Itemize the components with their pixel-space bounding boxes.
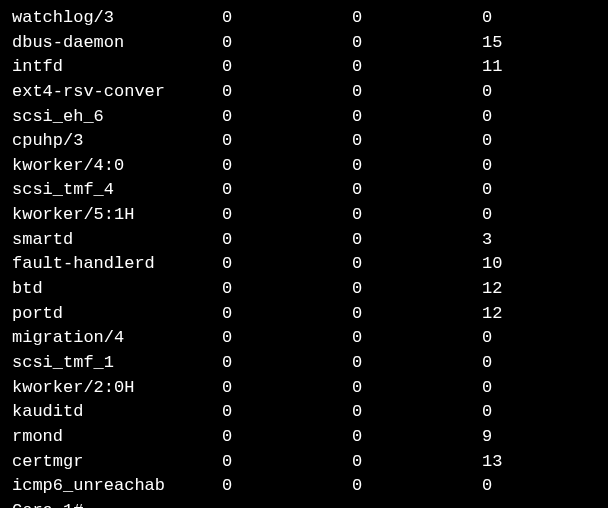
col-value-3: 0 [482, 326, 562, 351]
table-row: scsi_tmf_4000 [12, 178, 596, 203]
col-value-2: 0 [352, 105, 482, 130]
table-row: portd0012 [12, 302, 596, 327]
col-value-1: 0 [222, 178, 352, 203]
col-value-3: 3 [482, 228, 562, 253]
col-value-3: 0 [482, 351, 562, 376]
col-value-2: 0 [352, 376, 482, 401]
table-row: cpuhp/3000 [12, 129, 596, 154]
col-value-1: 0 [222, 450, 352, 475]
col-value-2: 0 [352, 203, 482, 228]
col-value-1: 0 [222, 129, 352, 154]
table-row: ext4-rsv-conver000 [12, 80, 596, 105]
col-value-1: 0 [222, 400, 352, 425]
process-name: scsi_eh_6 [12, 105, 222, 130]
table-row: watchlog/3000 [12, 6, 596, 31]
col-value-2: 0 [352, 302, 482, 327]
col-value-2: 0 [352, 277, 482, 302]
col-value-2: 0 [352, 450, 482, 475]
col-value-3: 0 [482, 400, 562, 425]
process-name: kworker/4:0 [12, 154, 222, 179]
col-value-3: 11 [482, 55, 562, 80]
col-value-1: 0 [222, 376, 352, 401]
process-name: intfd [12, 55, 222, 80]
col-value-2: 0 [352, 55, 482, 80]
col-value-1: 0 [222, 55, 352, 80]
table-row: icmp6_unreachab000 [12, 474, 596, 499]
col-value-2: 0 [352, 351, 482, 376]
table-row: dbus-daemon0015 [12, 31, 596, 56]
col-value-3: 0 [482, 129, 562, 154]
table-row: rmond009 [12, 425, 596, 450]
col-value-2: 0 [352, 31, 482, 56]
process-name: certmgr [12, 450, 222, 475]
col-value-2: 0 [352, 228, 482, 253]
table-row: scsi_tmf_1000 [12, 351, 596, 376]
col-value-1: 0 [222, 105, 352, 130]
table-row: smartd003 [12, 228, 596, 253]
table-row: kworker/5:1H000 [12, 203, 596, 228]
table-row: kworker/2:0H000 [12, 376, 596, 401]
col-value-2: 0 [352, 129, 482, 154]
process-name: scsi_tmf_1 [12, 351, 222, 376]
col-value-3: 0 [482, 203, 562, 228]
col-value-1: 0 [222, 80, 352, 105]
process-name: icmp6_unreachab [12, 474, 222, 499]
col-value-1: 0 [222, 474, 352, 499]
col-value-3: 12 [482, 277, 562, 302]
col-value-3: 0 [482, 105, 562, 130]
col-value-2: 0 [352, 178, 482, 203]
col-value-1: 0 [222, 31, 352, 56]
col-value-1: 0 [222, 302, 352, 327]
col-value-3: 0 [482, 80, 562, 105]
col-value-1: 0 [222, 425, 352, 450]
col-value-1: 0 [222, 326, 352, 351]
col-value-3: 0 [482, 154, 562, 179]
col-value-1: 0 [222, 228, 352, 253]
col-value-1: 0 [222, 203, 352, 228]
process-name: fault-handlerd [12, 252, 222, 277]
process-name: portd [12, 302, 222, 327]
process-name: kauditd [12, 400, 222, 425]
col-value-3: 0 [482, 376, 562, 401]
col-value-2: 0 [352, 474, 482, 499]
col-value-2: 0 [352, 326, 482, 351]
table-row: kworker/4:0000 [12, 154, 596, 179]
col-value-2: 0 [352, 154, 482, 179]
col-value-3: 13 [482, 450, 562, 475]
col-value-2: 0 [352, 80, 482, 105]
process-name: dbus-daemon [12, 31, 222, 56]
col-value-1: 0 [222, 252, 352, 277]
shell-prompt[interactable]: Core-1# [12, 499, 596, 508]
process-name: scsi_tmf_4 [12, 178, 222, 203]
col-value-2: 0 [352, 6, 482, 31]
table-row: certmgr0013 [12, 450, 596, 475]
col-value-1: 0 [222, 6, 352, 31]
col-value-3: 10 [482, 252, 562, 277]
process-name: rmond [12, 425, 222, 450]
table-row: scsi_eh_6000 [12, 105, 596, 130]
col-value-2: 0 [352, 252, 482, 277]
col-value-3: 9 [482, 425, 562, 450]
process-name: smartd [12, 228, 222, 253]
col-value-1: 0 [222, 351, 352, 376]
table-row: intfd0011 [12, 55, 596, 80]
process-name: btd [12, 277, 222, 302]
col-value-3: 0 [482, 474, 562, 499]
col-value-2: 0 [352, 400, 482, 425]
table-row: migration/4000 [12, 326, 596, 351]
process-name: ext4-rsv-conver [12, 80, 222, 105]
col-value-3: 0 [482, 6, 562, 31]
process-name: kworker/5:1H [12, 203, 222, 228]
col-value-3: 15 [482, 31, 562, 56]
process-name: cpuhp/3 [12, 129, 222, 154]
col-value-3: 12 [482, 302, 562, 327]
process-name: migration/4 [12, 326, 222, 351]
table-row: kauditd000 [12, 400, 596, 425]
col-value-1: 0 [222, 277, 352, 302]
process-name: watchlog/3 [12, 6, 222, 31]
col-value-3: 0 [482, 178, 562, 203]
terminal-output: watchlog/3000dbus-daemon0015intfd0011ext… [12, 6, 596, 508]
col-value-1: 0 [222, 154, 352, 179]
table-row: fault-handlerd0010 [12, 252, 596, 277]
col-value-2: 0 [352, 425, 482, 450]
